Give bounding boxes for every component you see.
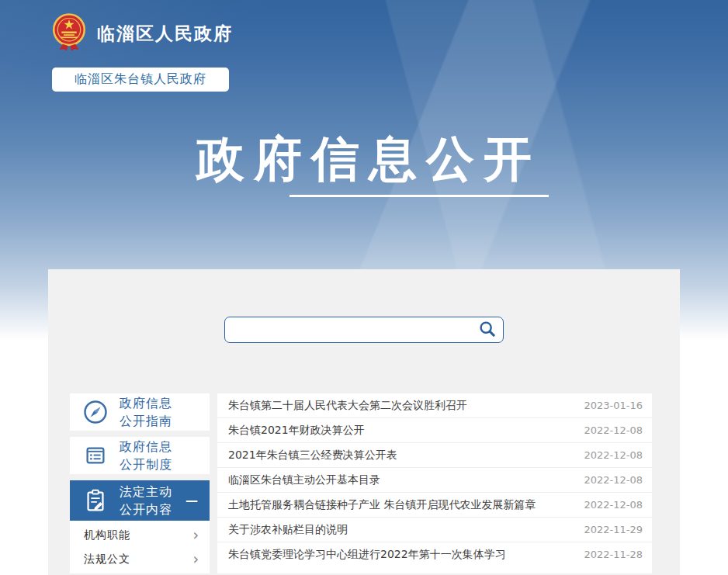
sidebar-link-jigou-zhineng[interactable]: 机构职能 › [70, 523, 210, 547]
content-columns: 政府信息 公开指南 政府信息 公开制度 [48, 393, 680, 573]
ledger-icon [82, 442, 109, 469]
news-date: 2022-12-08 [584, 499, 643, 511]
gov-name: 临淄区人民政府 [97, 22, 233, 46]
sidebar-item-label: 政府信息 公开制度 [120, 438, 172, 473]
search-row [48, 269, 680, 343]
collapse-minus-icon[interactable]: — [185, 491, 199, 509]
news-link[interactable]: 临淄区朱台镇主动公开基本目录 [228, 473, 380, 487]
clipboard-edit-icon [82, 487, 109, 514]
page-title: 政府信息公开 [0, 126, 728, 192]
search-input[interactable] [234, 319, 477, 341]
news-date: 2022-12-08 [584, 424, 643, 436]
news-row: 临淄区朱台镇主动公开基本目录 2022-12-08 [217, 468, 652, 493]
content-panel: 政府信息 公开指南 政府信息 公开制度 [48, 269, 680, 575]
site-brand[interactable]: 临淄区人民政府 [51, 12, 233, 54]
sidebar-item-label: 政府信息 公开指南 [120, 394, 172, 430]
news-link[interactable]: 朱台镇党委理论学习中心组进行2022年第十一次集体学习 [228, 548, 506, 562]
sidebar-item-fading-zhudong[interactable]: 法定主动 公开内容 — [70, 480, 210, 521]
news-date: 2022-12-08 [584, 474, 643, 486]
news-link[interactable]: 朱台镇2021年财政决算公开 [228, 424, 365, 438]
sub-gov-button[interactable]: 临淄区朱台镇人民政府 [52, 68, 229, 92]
news-date: 2022-11-29 [584, 524, 643, 535]
news-date: 2022-12-08 [584, 449, 643, 461]
news-row: 2021年朱台镇三公经费决算公开表 2022-12-08 [217, 443, 652, 468]
search-icon [478, 320, 497, 341]
search-button[interactable] [477, 320, 498, 341]
sidebar: 政府信息 公开指南 政府信息 公开制度 [70, 393, 210, 573]
sidebar-link-fagui-gongwen[interactable]: 法规公文 › [70, 547, 210, 571]
search-box [224, 317, 504, 343]
national-emblem-icon [51, 12, 87, 54]
news-link[interactable]: 关于涉农补贴栏目的说明 [228, 523, 348, 537]
sidebar-item-label: 法定主动 公开内容 [120, 483, 172, 518]
sidebar-item-gongkai-zhidu[interactable]: 政府信息 公开制度 [70, 437, 210, 474]
sidebar-item-gongkai-zhinan[interactable]: 政府信息 公开指南 [70, 393, 210, 431]
title-underline [289, 195, 549, 197]
news-row: 关于涉农补贴栏目的说明 2022-11-29 [217, 518, 652, 542]
news-row: 土地托管服务耦合链接种子产业 朱台镇开启现代农业发展新篇章 2022-12-08 [217, 493, 652, 518]
compass-icon [82, 399, 109, 425]
news-row: 朱台镇党委理论学习中心组进行2022年第十一次集体学习 2022-11-28 [217, 542, 652, 566]
chevron-right-icon: › [192, 552, 199, 566]
sidebar-sublinks: 机构职能 › 法规公文 › [70, 521, 210, 573]
news-row: 朱台镇2021年财政决算公开 2022-12-08 [217, 418, 652, 443]
chevron-right-icon: › [192, 528, 199, 542]
news-date: 2023-01-16 [584, 400, 643, 411]
news-link[interactable]: 2021年朱台镇三公经费决算公开表 [228, 449, 397, 462]
news-row: 朱台镇第二十届人民代表大会第二次会议胜利召开 2023-01-16 [217, 393, 652, 418]
news-date: 2022-11-28 [584, 549, 643, 560]
news-link[interactable]: 朱台镇第二十届人民代表大会第二次会议胜利召开 [228, 399, 467, 413]
news-link[interactable]: 土地托管服务耦合链接种子产业 朱台镇开启现代农业发展新篇章 [228, 498, 536, 512]
news-list: 朱台镇第二十届人民代表大会第二次会议胜利召开 2023-01-16 朱台镇202… [217, 393, 652, 573]
